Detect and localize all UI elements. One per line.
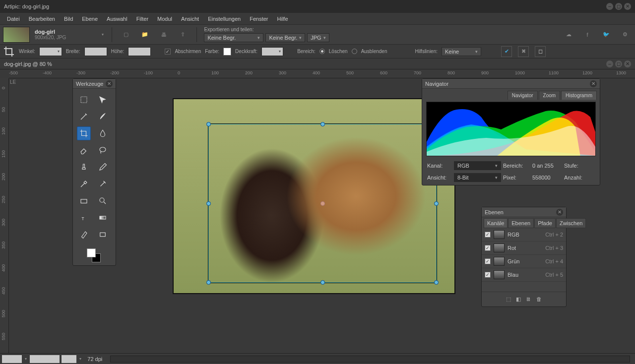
tab-navigator[interactable]: Navigator [508, 91, 538, 100]
marquee-tool[interactable] [77, 93, 91, 107]
lasso-tool[interactable] [96, 143, 110, 157]
pencil-tool[interactable] [96, 160, 110, 174]
channel-row[interactable]: ✓RGBCtrl + 2 [482, 228, 566, 242]
crop-rectangle[interactable] [208, 124, 437, 283]
zoom-field[interactable]: 80% [2, 355, 22, 363]
tools-close-icon[interactable]: ✕ [106, 80, 113, 87]
channel-row[interactable]: ✓BlauCtrl + 5 [482, 268, 566, 282]
layers-close-icon[interactable]: ✕ [556, 209, 563, 216]
zoom-tool[interactable] [96, 194, 110, 208]
menu-bearbeiten[interactable]: Bearbeiten [25, 14, 59, 24]
foreground-color[interactable] [87, 248, 96, 257]
tab-histogram[interactable]: Histogramm [561, 91, 597, 100]
twitter-icon[interactable]: 🐦 [599, 28, 613, 42]
move-tool[interactable] [96, 93, 110, 107]
channel-select[interactable]: RGB [454, 161, 501, 170]
menu-ebene[interactable]: Ebene [78, 14, 102, 24]
doc-minimize-icon[interactable]: – [606, 61, 613, 67]
crop-handle-b[interactable] [320, 280, 325, 285]
hide-radio[interactable] [352, 49, 357, 54]
tab-paths[interactable]: Pfade [534, 218, 556, 228]
crop-handle-l[interactable] [206, 201, 211, 206]
opacity-input[interactable]: 50% [261, 47, 283, 56]
close-icon[interactable]: ✕ [624, 3, 631, 10]
channel-row[interactable]: ✓GrünCtrl + 4 [482, 255, 566, 268]
brush-tool[interactable] [96, 110, 110, 123]
shield-checkbox[interactable]: ✓ [165, 49, 171, 55]
heal-tool[interactable] [96, 177, 110, 191]
crop-handle-tl[interactable] [206, 122, 211, 126]
ruler-horizontal[interactable]: -500-400-300-200-10001002003004005006007… [9, 69, 635, 78]
menu-einstellungen[interactable]: Einstellungen [204, 14, 245, 24]
document-tab[interactable]: dog-girl.jpg @ 80 % [4, 61, 52, 67]
export-limit-select[interactable]: Keine Begr. [265, 33, 305, 42]
height-input[interactable]: 502 px [128, 47, 151, 56]
new-channel-icon[interactable]: 🗎 [526, 296, 531, 303]
menu-hilfe[interactable]: Hilfe [273, 14, 292, 24]
open-folder-icon[interactable]: 📁 [138, 28, 152, 42]
mask-icon[interactable]: ◧ [516, 296, 521, 303]
tab-layers[interactable]: Ebenen [508, 218, 534, 228]
channel-visible-checkbox[interactable]: ✓ [485, 245, 491, 251]
canvas-image[interactable] [173, 98, 455, 294]
tab-channels[interactable]: Kanäle [484, 218, 508, 228]
channel-visible-checkbox[interactable]: ✓ [485, 232, 491, 238]
reset-button[interactable]: ◻ [535, 46, 546, 57]
export-format-select[interactable]: JPG [307, 33, 329, 42]
guides-select[interactable]: Keine [442, 47, 481, 56]
pen-tool[interactable] [77, 228, 91, 242]
print-icon[interactable]: 🖶 [157, 28, 171, 42]
crop-tool[interactable] [77, 126, 91, 140]
crop-tool-icon[interactable] [3, 46, 15, 58]
ruler-vertical[interactable]: 050100150200250300350400450500550 [0, 78, 9, 361]
stamp-tool[interactable] [77, 160, 91, 174]
wand-tool[interactable] [77, 110, 91, 123]
eyedropper-tool[interactable] [77, 177, 91, 191]
angle-input[interactable]: 0,00° [39, 47, 62, 56]
share-icon[interactable]: ⇪ [176, 28, 190, 42]
channel-visible-checkbox[interactable]: ✓ [485, 272, 491, 278]
canvas-area[interactable]: LE Werkzeuge ✕ [9, 78, 635, 361]
cloud-icon[interactable]: ☁ [562, 28, 575, 42]
view-select[interactable]: 8-Bit [454, 173, 501, 182]
facebook-icon[interactable]: f [580, 28, 594, 42]
file-dropdown-icon[interactable]: ▾ [101, 32, 105, 37]
maximize-icon[interactable]: ◻ [615, 3, 622, 10]
blur-tool[interactable] [96, 126, 110, 140]
cancel-button[interactable]: ✖ [518, 46, 529, 57]
channel-row[interactable]: ✓RotCtrl + 3 [482, 242, 566, 255]
crop-handle-t[interactable] [320, 122, 325, 126]
unit-field[interactable]: px [62, 355, 76, 363]
menu-bild[interactable]: Bild [60, 14, 77, 24]
commit-button[interactable]: ✔ [501, 46, 512, 57]
tab-cache[interactable]: Zwischen [556, 218, 586, 228]
new-file-icon[interactable]: ▢ [119, 28, 133, 42]
delete-radio[interactable] [319, 49, 325, 54]
menu-filter[interactable]: Filter [132, 14, 152, 24]
doc-close-icon[interactable]: ✕ [624, 61, 631, 67]
h-scrollbar[interactable] [110, 356, 630, 363]
fill-tool[interactable] [77, 194, 91, 208]
trash-icon[interactable]: 🗑 [536, 296, 542, 303]
shape-tool[interactable] [96, 228, 110, 242]
menu-datei[interactable]: Datei [3, 14, 24, 24]
dimensions-field[interactable]: 900 x 620 [30, 355, 60, 363]
document-thumbnail[interactable] [3, 27, 30, 43]
menu-fenster[interactable]: Fenster [246, 14, 272, 24]
tab-zoom[interactable]: Zoom [539, 91, 561, 100]
gear-icon[interactable]: ⚙ [618, 28, 632, 42]
crop-handle-bl[interactable] [206, 280, 211, 285]
width-input[interactable]: 729 px [84, 47, 107, 56]
crop-handle-r[interactable] [434, 201, 439, 206]
color-swatch[interactable] [223, 48, 231, 56]
menu-auswahl[interactable]: Auswahl [103, 14, 131, 24]
navigator-close-icon[interactable]: ✕ [590, 80, 597, 87]
minimize-icon[interactable]: – [606, 3, 613, 10]
export-size-select[interactable]: Keine Begr. [204, 33, 263, 42]
eraser-tool[interactable] [77, 143, 91, 157]
menu-modul[interactable]: Modul [153, 14, 176, 24]
crop-handle-br[interactable] [434, 280, 439, 285]
doc-maximize-icon[interactable]: ◻ [615, 61, 622, 67]
select-channel-icon[interactable]: ⬚ [506, 296, 511, 303]
crop-center-icon[interactable] [320, 201, 325, 206]
